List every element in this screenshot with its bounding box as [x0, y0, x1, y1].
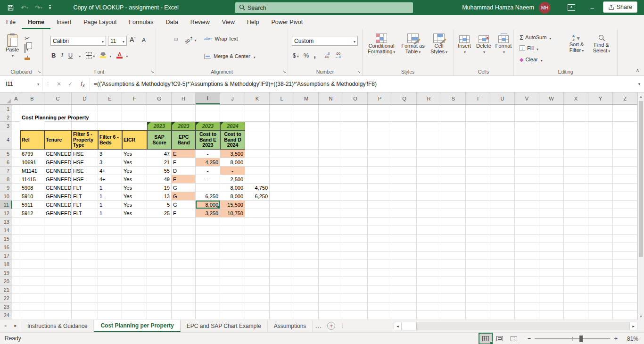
- cell-M18[interactable]: [294, 260, 319, 268]
- cell-Q18[interactable]: [392, 260, 417, 268]
- cell-U18[interactable]: [490, 260, 515, 268]
- cell-P2[interactable]: [368, 113, 392, 122]
- cell-H1[interactable]: [172, 105, 196, 113]
- cell-G3[interactable]: 2023: [147, 122, 172, 130]
- cell-L18[interactable]: [270, 260, 294, 268]
- cell-M12[interactable]: [294, 209, 319, 218]
- cell-K11[interactable]: [245, 201, 270, 209]
- cell-T6[interactable]: [466, 158, 490, 167]
- cell-R4[interactable]: [417, 130, 441, 150]
- cell-K7[interactable]: [245, 167, 270, 175]
- row-header-21[interactable]: 21: [0, 285, 12, 294]
- cell-J12[interactable]: 10,750: [220, 209, 245, 218]
- clear-button[interactable]: ◆ Clear: [520, 55, 543, 64]
- ribbon-tab-review[interactable]: Review: [184, 15, 216, 29]
- italic-button[interactable]: I: [61, 51, 63, 59]
- cell-Q3[interactable]: [392, 122, 417, 130]
- page-layout-view-button[interactable]: [493, 333, 507, 344]
- cell-M16[interactable]: [294, 243, 319, 252]
- cell-T4[interactable]: [466, 130, 490, 150]
- cell-K24[interactable]: [245, 311, 270, 319]
- cell-O23[interactable]: [343, 302, 368, 311]
- cell-T7[interactable]: [466, 167, 490, 175]
- cell-V19[interactable]: [515, 268, 539, 277]
- cell-A6[interactable]: [12, 158, 20, 167]
- number-dialog-launcher-icon[interactable]: ↘: [357, 69, 361, 74]
- zoom-in-icon[interactable]: +: [614, 335, 618, 342]
- horizontal-scrollbar[interactable]: ◄ ►: [394, 322, 637, 330]
- cell-U9[interactable]: [490, 184, 515, 192]
- cell-P15[interactable]: [368, 235, 392, 243]
- cell-Z3[interactable]: [613, 122, 637, 130]
- cell-W23[interactable]: [539, 302, 564, 311]
- cell-D20[interactable]: [72, 277, 98, 285]
- cell-N13[interactable]: [319, 218, 343, 226]
- cell-B23[interactable]: [20, 302, 44, 311]
- cell-P3[interactable]: [368, 122, 392, 130]
- zoom-level[interactable]: 81%: [622, 336, 638, 342]
- cell-U5[interactable]: [490, 150, 515, 158]
- cell-B3[interactable]: [20, 122, 44, 130]
- cell-N9[interactable]: [319, 184, 343, 192]
- cell-P8[interactable]: [368, 175, 392, 184]
- cell-D5[interactable]: HSE: [72, 150, 98, 158]
- cell-L14[interactable]: [270, 226, 294, 235]
- cell-X11[interactable]: [564, 201, 588, 209]
- cell-S5[interactable]: [441, 150, 466, 158]
- cell-D6[interactable]: HSE: [72, 158, 98, 167]
- decrease-indent-button[interactable]: [183, 51, 187, 54]
- cell-Z20[interactable]: [613, 277, 637, 285]
- cell-F16[interactable]: [122, 243, 147, 252]
- cell-K10[interactable]: 6,250: [245, 192, 270, 201]
- cell-O24[interactable]: [343, 311, 368, 319]
- cell-W14[interactable]: [539, 226, 564, 235]
- scroll-up-icon[interactable]: ▲: [638, 92, 644, 100]
- cell-X2[interactable]: [564, 113, 588, 122]
- cell-Y9[interactable]: [588, 184, 613, 192]
- cell-E6[interactable]: 3: [98, 158, 122, 167]
- cell-B18[interactable]: [20, 260, 44, 268]
- cell-G10[interactable]: 13: [147, 192, 172, 201]
- cell-C13[interactable]: [44, 218, 72, 226]
- cell-X6[interactable]: [564, 158, 588, 167]
- ribbon-tab-help[interactable]: Help: [241, 15, 265, 29]
- cell-U24[interactable]: [490, 311, 515, 319]
- format-as-table-button[interactable]: Format as Table: [399, 31, 427, 55]
- row-header-2[interactable]: 2: [0, 113, 12, 122]
- cell-B15[interactable]: [20, 235, 44, 243]
- cell-I6[interactable]: 4,250: [196, 158, 220, 167]
- underline-dropdown[interactable]: [78, 51, 81, 59]
- cell-H6[interactable]: F: [172, 158, 196, 167]
- cell-K4[interactable]: [245, 130, 270, 150]
- cell-E11[interactable]: 1: [98, 201, 122, 209]
- cell-N3[interactable]: [319, 122, 343, 130]
- increase-indent-button[interactable]: [190, 51, 194, 54]
- cell-V18[interactable]: [515, 260, 539, 268]
- cell-M24[interactable]: [294, 311, 319, 319]
- cell-F17[interactable]: [122, 252, 147, 260]
- cell-K1[interactable]: [245, 105, 270, 113]
- cell-Z16[interactable]: [613, 243, 637, 252]
- font-color-button[interactable]: A: [116, 52, 123, 59]
- cell-J18[interactable]: [220, 260, 245, 268]
- cell-Q6[interactable]: [392, 158, 417, 167]
- cell-O9[interactable]: [343, 184, 368, 192]
- cell-P21[interactable]: [368, 285, 392, 294]
- cell-H9[interactable]: G: [172, 184, 196, 192]
- cell-B20[interactable]: [20, 277, 44, 285]
- cell-G23[interactable]: [147, 302, 172, 311]
- cell-V9[interactable]: [515, 184, 539, 192]
- cell-A3[interactable]: [12, 122, 20, 130]
- cell-Z12[interactable]: [613, 209, 637, 218]
- cell-A9[interactable]: [12, 184, 20, 192]
- accounting-format-button[interactable]: $: [293, 51, 299, 59]
- cell-W13[interactable]: [539, 218, 564, 226]
- cell-S2[interactable]: [441, 113, 466, 122]
- cell-G14[interactable]: [147, 226, 172, 235]
- cell-V5[interactable]: [515, 150, 539, 158]
- cell-W8[interactable]: [539, 175, 564, 184]
- column-header-N[interactable]: N: [319, 92, 343, 104]
- cell-M14[interactable]: [294, 226, 319, 235]
- cell-O7[interactable]: [343, 167, 368, 175]
- cell-R12[interactable]: [417, 209, 441, 218]
